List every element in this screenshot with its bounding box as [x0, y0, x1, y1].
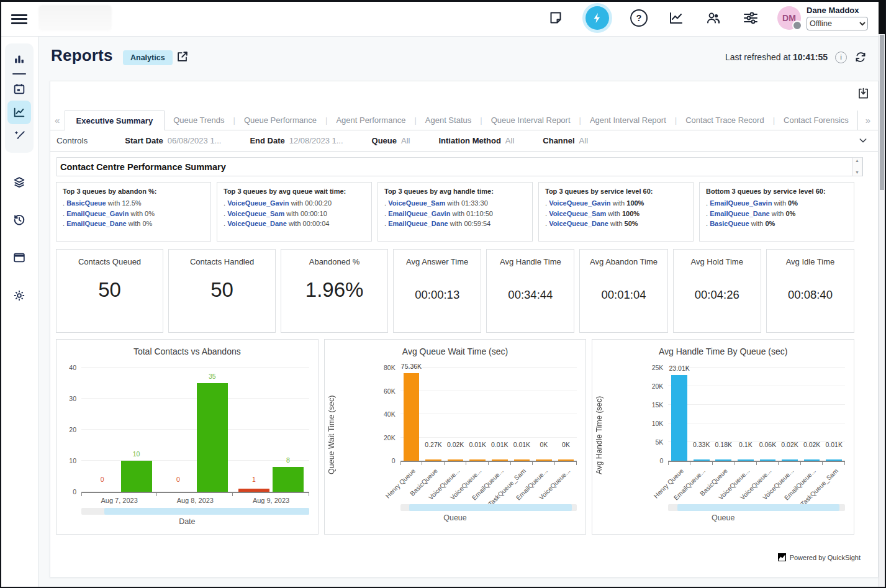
tabs-scroll-left-icon[interactable]: « — [50, 111, 65, 130]
insight-queue-link[interactable]: BasicQueue — [710, 220, 749, 227]
sidebar-item-reports[interactable] — [7, 101, 31, 124]
insight-queue-link[interactable]: VoiceQueue_Dane — [227, 220, 287, 227]
chart-scrollbar[interactable] — [668, 504, 845, 511]
insight-item: . VoiceQueue_Sam with 00:00:10 — [224, 209, 365, 219]
sidebar-item-layers[interactable] — [7, 170, 31, 194]
plot: 05K10K15K20K25K23.01K0.33K0.18K0.1K0.06K… — [668, 368, 845, 462]
summary-scroll-spinner[interactable]: ▲▼ — [852, 157, 862, 176]
tab-agent-interval-report[interactable]: Agent Interval Report — [581, 111, 675, 130]
insight-queue-link[interactable]: EmailQueue_Dane — [710, 210, 770, 217]
kpi-avg-hold-time: Avg Hold Time00:04:26 — [673, 249, 761, 333]
sidebar-item-schedule[interactable] — [7, 77, 31, 101]
insight-item: . EmailQueue_Dane with 0% — [706, 209, 848, 219]
insight-queue-link[interactable]: EmailQueue_Dane — [66, 220, 127, 227]
controls-collapse-chevron-icon[interactable] — [858, 135, 868, 145]
sidebar-item-settings[interactable] — [7, 284, 31, 307]
filter-queue[interactable]: QueueAll — [372, 136, 410, 145]
x-axis-labels: Henry QueueEmailQueue...BasicQueueVoiceQ… — [668, 463, 845, 500]
kpi-contacts-handled: Contacts Handled50 — [168, 249, 276, 333]
insight-queue-link[interactable]: VoiceQueue_Sam — [227, 210, 284, 217]
filter-start-date[interactable]: Start Date06/08/2023 1... — [125, 136, 221, 145]
sidebar-item-dashboard[interactable] — [7, 48, 31, 71]
insight-queue-link[interactable]: EmailQueue_Gavin — [710, 199, 772, 207]
avatar[interactable]: DM — [777, 6, 801, 30]
bar[interactable] — [514, 459, 530, 461]
bar[interactable] — [558, 459, 574, 461]
scrollbar-thumb[interactable] — [880, 35, 884, 190]
tab-queue-performance[interactable]: Queue Performance — [235, 111, 325, 130]
bar-value-label: 0 — [87, 476, 118, 483]
chart-scrollbar[interactable] — [81, 508, 309, 515]
tab-contact-trace-record[interactable]: Contact Trace Record — [677, 111, 772, 130]
tabs-scroll-right-icon[interactable]: » — [857, 111, 878, 130]
plot: 01020304001003518 — [81, 368, 309, 493]
insight-queue-link[interactable]: VoiceQueue_Sam — [388, 199, 445, 207]
bar-total-contacts[interactable] — [197, 383, 228, 492]
insight-item: . VoiceQueue_Dane with 00:00:04 — [224, 219, 365, 229]
chart-scrollbar-thumb[interactable] — [409, 504, 572, 511]
bar[interactable] — [469, 459, 486, 461]
insight-cards: Top 3 queues by abandon %:. BasicQueue w… — [56, 182, 854, 242]
bar[interactable] — [738, 459, 754, 461]
bar-total-contacts[interactable] — [121, 461, 152, 492]
layers-icon — [12, 175, 26, 189]
powered-by-text: Powered by QuickSight — [790, 554, 861, 561]
bar[interactable] — [448, 459, 464, 461]
sidebar-item-window[interactable] — [7, 246, 31, 269]
insight-mid: with — [106, 199, 122, 207]
bar[interactable] — [760, 459, 776, 461]
chart-scrollbar-thumb[interactable] — [104, 508, 309, 515]
tab-agent-performance[interactable]: Agent Performance — [327, 111, 414, 130]
insight-queue-link[interactable]: VoiceQueue_Sam — [549, 210, 606, 217]
bar[interactable] — [694, 459, 710, 461]
kpi-value: 1.96% — [281, 278, 387, 302]
bar-abandons[interactable] — [238, 489, 269, 492]
insight-queue-link[interactable]: EmailQueue_Dane — [388, 220, 448, 227]
status-select[interactable]: Offline — [807, 17, 868, 30]
download-report-icon[interactable] — [857, 87, 870, 100]
bar[interactable] — [492, 459, 508, 461]
tab-queue-interval-report[interactable]: Queue Interval Report — [482, 111, 579, 130]
bar-value-label: 0.01K — [818, 441, 851, 448]
insight-mid: with — [749, 220, 766, 227]
page-scrollbar[interactable] — [879, 0, 885, 587]
tab-agent-status[interactable]: Agent Status — [417, 111, 480, 130]
tab-queue-trends[interactable]: Queue Trends — [165, 111, 233, 130]
bar-total-contacts[interactable] — [273, 467, 304, 492]
preferences-sliders-icon[interactable] — [740, 7, 761, 29]
bar[interactable] — [425, 459, 441, 461]
sidebar-item-history[interactable] — [7, 208, 31, 232]
bar[interactable] — [715, 459, 731, 461]
brush-sparkle-icon — [12, 129, 26, 143]
bar[interactable] — [804, 459, 820, 461]
bar[interactable] — [826, 459, 842, 461]
filter-channel[interactable]: ChannelAll — [543, 136, 588, 145]
insight-queue-link[interactable]: EmailQueue_Gavin — [66, 210, 129, 217]
bar[interactable] — [536, 459, 552, 461]
filter-intiation-method[interactable]: Intiation MethodAll — [438, 136, 514, 145]
bar[interactable] — [782, 459, 798, 461]
hamburger-menu-icon[interactable] — [11, 12, 27, 24]
help-icon[interactable]: ? — [628, 7, 649, 29]
plot-area: 01020304001003518Aug 7, 2023Aug 8, 2023A… — [57, 359, 318, 515]
insight-queue-link[interactable]: EmailQueue_Gavin — [388, 210, 450, 217]
filter-value: All — [401, 136, 410, 145]
filter-end-date[interactable]: End Date12/08/2023 1... — [250, 136, 343, 145]
chart-scrollbar[interactable] — [400, 504, 577, 511]
y-tick-label: 40K — [376, 410, 396, 418]
insight-queue-link[interactable]: VoiceQueue_Dane — [549, 220, 608, 227]
insight-queue-link[interactable]: VoiceQueue_Gavin — [549, 199, 610, 207]
info-icon[interactable]: i — [835, 52, 847, 63]
insight-queue-link[interactable]: BasicQueue — [66, 199, 106, 207]
realtime-bolt-button[interactable] — [582, 3, 612, 33]
task-note-icon[interactable] — [545, 7, 566, 29]
insight-queue-link[interactable]: VoiceQueue_Gavin — [227, 199, 289, 207]
refresh-button[interactable] — [854, 51, 867, 63]
agents-people-icon[interactable] — [703, 7, 724, 29]
metrics-chart-icon[interactable] — [666, 7, 687, 29]
tab-executive-summary[interactable]: Executive Summary — [65, 111, 165, 130]
chart-scrollbar-thumb[interactable] — [677, 504, 840, 511]
open-in-new-icon[interactable] — [176, 50, 189, 63]
tab-contact-forensics[interactable]: Contact Forensics — [775, 111, 857, 130]
sidebar-item-customize[interactable] — [7, 124, 31, 148]
